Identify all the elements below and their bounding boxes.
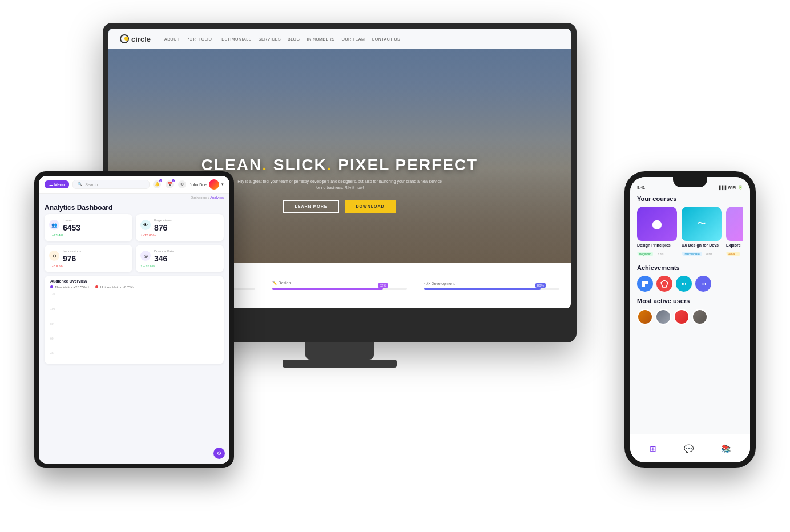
hamburger-icon: ☰ — [49, 182, 53, 187]
course-thumb-3: ✦ — [726, 207, 743, 241]
course-name-2: UX Design for Devs — [682, 243, 722, 247]
achievement-sketch[interactable] — [656, 276, 672, 292]
stat-label-users: Users — [49, 219, 128, 222]
calendar-icon[interactable]: 📅 3 — [166, 180, 174, 188]
y-label-40: 40 — [50, 352, 55, 355]
progress-fill-dev — [424, 288, 541, 290]
achievement-framer[interactable] — [637, 276, 653, 292]
nav-home[interactable]: ⊞ — [650, 444, 656, 453]
stat-value-bounce: 346 — [140, 254, 219, 263]
stat-change-pv: ↓ -12.00% — [140, 233, 219, 237]
course-icon-1: ⬤ — [652, 219, 662, 229]
nav-team[interactable]: OUR TEAM — [341, 37, 365, 41]
stat-value-users: 6453 — [49, 223, 128, 232]
course-level-1: Beginner — [637, 252, 653, 256]
stat-users: 👥 Users 6453 ↑ +23.4% — [45, 214, 132, 241]
notifications-icon[interactable]: 🔔 2 — [153, 180, 161, 188]
course-ux-design[interactable]: 〜 UX Design for Devs Intermediate 8 hrs — [682, 207, 722, 257]
home-icon: ⊞ — [650, 444, 656, 453]
courses-row: ⬤ Design Principles Beginner 2 hrs — [637, 207, 743, 257]
legend-new: New Visitor +25.55% ↑ — [50, 285, 90, 289]
logo-text: circle — [131, 35, 151, 43]
hero-buttons: LEARN MORE DOWNLOAD — [201, 200, 478, 213]
active-user-1[interactable] — [637, 309, 653, 325]
progress-fill-design — [272, 288, 383, 290]
nav-contact[interactable]: CONTACT US — [372, 37, 400, 41]
nav-messages[interactable]: 💬 — [684, 444, 694, 453]
stat-label-imp: Impressions — [49, 249, 128, 253]
nav-portfolio[interactable]: PORTFOLIO — [187, 37, 212, 41]
nav-blog[interactable]: BLOG — [288, 37, 300, 41]
framer-icon — [641, 280, 649, 288]
phone: 9:41 ▐▐▐ WiFi 🔋 Your courses — [624, 171, 756, 468]
stat-value-pv: 876 — [140, 223, 219, 232]
svg-marker-1 — [661, 280, 668, 287]
battery-icon: 🔋 — [738, 185, 743, 190]
dot2: . — [327, 156, 333, 174]
dot1: . — [262, 156, 268, 174]
bounce-icon: ◎ — [140, 251, 151, 261]
chart-bars — [62, 292, 218, 355]
search-box[interactable]: 🔍 Search... — [72, 180, 150, 189]
monitor-stand — [305, 342, 374, 360]
chart-area: 120 100 80 60 40 — [50, 292, 218, 361]
calendar-badge: 3 — [172, 179, 175, 182]
book-icon: 📚 — [721, 444, 731, 453]
monitor-base — [283, 360, 397, 368]
site-logo: circle — [120, 34, 151, 43]
hero-title-part2: SLICK — [273, 156, 327, 174]
status-icons: ▐▐▐ WiFi 🔋 — [718, 185, 743, 190]
active-user-4[interactable] — [692, 309, 708, 325]
search-icon: 🔍 — [78, 182, 83, 187]
nav-numbers[interactable]: IN NUMBERS — [307, 37, 335, 41]
nav-services[interactable]: SERVICES — [259, 37, 281, 41]
chat-icon: 💬 — [684, 444, 694, 453]
audience-legend: New Visitor +25.55% ↑ Unique Visitor -2.… — [50, 285, 218, 289]
menu-button[interactable]: ☰ Menu — [45, 180, 69, 188]
signal-icon: ▐▐▐ — [718, 186, 726, 190]
achievement-marvel[interactable]: m — [676, 276, 692, 292]
y-label-120: 120 — [50, 292, 55, 296]
pageviews-icon: 👁 — [140, 220, 151, 230]
phone-notch — [673, 177, 707, 187]
course-name-1: Design Principles — [637, 243, 677, 247]
wifi-icon: WiFi — [728, 186, 736, 190]
legend-dot-unique — [95, 285, 98, 288]
nav-testimonials[interactable]: TESTIMONIALS — [219, 37, 251, 41]
achievement-more[interactable]: +3 — [695, 276, 711, 292]
hero-title-part1: CLEAN — [201, 156, 262, 174]
logo-icon — [120, 34, 129, 43]
stat-label-pv: Page views — [140, 219, 219, 222]
stat-label-bounce: Bounce Rate — [140, 249, 219, 253]
impressions-icon: ⊙ — [49, 251, 59, 261]
nav-about[interactable]: ABOUT — [164, 37, 180, 41]
stat-change-users: ↑ +23.4% — [49, 233, 128, 237]
active-users-section: Most active users — [637, 297, 743, 325]
progress-design: ✏️ Design 82% — [272, 281, 408, 290]
active-users-title: Most active users — [637, 297, 743, 304]
tablet: ☰ Menu 🔍 Search... 🔔 2 — [34, 171, 234, 468]
dashboard: ☰ Menu 🔍 Search... 🔔 2 — [39, 176, 229, 464]
course-thumb-1: ⬤ — [637, 207, 677, 241]
filter-icon[interactable]: ⚙ — [178, 180, 186, 188]
course-explore[interactable]: ✦ Explore Adva... — [726, 207, 743, 257]
marvel-label: m — [682, 281, 686, 287]
nav-library[interactable]: 📚 — [721, 444, 731, 453]
active-user-2[interactable] — [655, 309, 671, 325]
notif-badge: 2 — [159, 179, 162, 182]
progress-track-dev: 86% — [424, 288, 559, 290]
legend-dot-new — [50, 285, 53, 288]
active-user-3[interactable] — [674, 309, 690, 325]
stats-grid: 👥 Users 6453 ↑ +23.4% 👁 Page views — [39, 214, 229, 276]
download-button[interactable]: DOWNLOAD — [345, 200, 396, 213]
progress-track-design: 82% — [272, 288, 408, 290]
course-design-principles[interactable]: ⬤ Design Principles Beginner 2 hrs — [637, 207, 677, 257]
course-hours-1: 2 hrs — [657, 252, 663, 256]
learn-more-button[interactable]: LEARN MORE — [283, 200, 338, 213]
course-icon-2: 〜 — [697, 218, 706, 230]
header-icons: 🔔 2 📅 3 ⚙ — [153, 180, 186, 188]
y-label-60: 60 — [50, 337, 55, 340]
progress-development: </> Development 86% — [424, 281, 559, 290]
settings-button[interactable]: ⚙ — [213, 448, 225, 459]
course-thumb-2: 〜 — [682, 207, 722, 241]
